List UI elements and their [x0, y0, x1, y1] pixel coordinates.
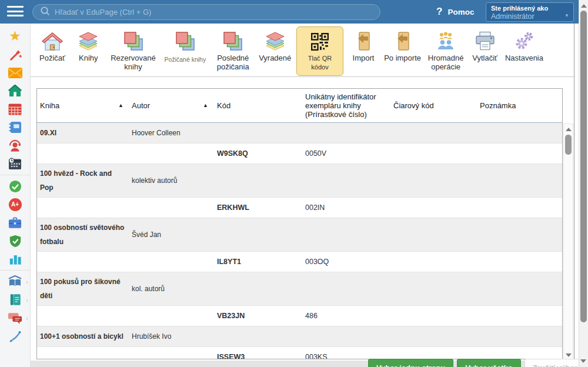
cell-kod — [213, 164, 302, 197]
table-scrollbar[interactable] — [563, 124, 573, 362]
sidebar-item-substitution[interactable] — [0, 136, 30, 155]
chevron-right-icon: › — [26, 278, 28, 285]
sidebar-item-admin[interactable] — [0, 232, 30, 250]
sidebar-item-wizard[interactable] — [0, 45, 30, 64]
table-row[interactable]: 09.XI Hoover Colleen — [37, 123, 562, 144]
cell-kod — [213, 272, 302, 305]
toolbar-item-knihy[interactable]: Knihy — [74, 28, 103, 62]
column-header-identifikator[interactable]: Unikátny identifikátor exempláru knihy (… — [302, 92, 390, 119]
cell-kod — [213, 123, 302, 143]
cell-ciarovy-kod — [390, 272, 477, 305]
sidebar-item-documents[interactable]: › — [0, 291, 30, 309]
sort-asc-icon[interactable]: ▲ — [118, 101, 123, 110]
select-all-button[interactable]: Vyber všetko — [457, 359, 520, 367]
toolbar-item-label: Tlač QR kódov — [301, 54, 338, 72]
column-header-ciarovy-kod[interactable]: Čiarový kód — [390, 101, 477, 110]
cell-autor: Hoover Colleen — [127, 123, 213, 143]
cell-ciarovy-kod — [390, 252, 477, 272]
table-row[interactable]: ISSEW3 003KS — [37, 347, 562, 359]
user-account-dropdown[interactable]: Ste prihlásený ako Administrátor ▼ — [486, 2, 574, 22]
scroll-up-icon[interactable] — [581, 4, 587, 8]
house-icon — [8, 85, 22, 97]
help-button[interactable]: ? Pomoc — [436, 0, 474, 24]
cell-ciarovy-kod — [390, 326, 477, 346]
toolbar-item-po-importe[interactable]: Po importe — [383, 28, 422, 62]
cell-identifikator — [302, 272, 390, 305]
star-icon: ★ — [9, 29, 21, 43]
sidebar-item-timetable[interactable] — [0, 100, 30, 118]
cell-poznamka — [477, 218, 562, 251]
stacked-cards-icon — [175, 29, 195, 54]
global-search[interactable] — [32, 4, 380, 20]
cell-kniha: 09.XI — [37, 123, 127, 143]
toolbar-item-vytlacit[interactable]: Vytlačiť — [470, 28, 500, 62]
toolbar-item-tlac-qr-kodov[interactable]: Tlač QR kódov — [296, 26, 343, 76]
toolbar-item-label: Vytlačiť — [472, 54, 497, 62]
column-header-autor[interactable]: Autor ▲ — [127, 101, 213, 110]
column-header-poznamka[interactable]: Poznámka — [477, 101, 562, 110]
sidebar-item-school[interactable] — [0, 82, 30, 100]
table-scrollbar-thumb[interactable] — [565, 135, 572, 155]
sort-asc-icon[interactable]: ▲ — [203, 101, 208, 110]
cell-poznamka — [477, 272, 562, 305]
sidebar-item-grades[interactable]: A+ — [0, 195, 30, 213]
select-one-page-button[interactable]: Vyber jednu stranu — [368, 359, 453, 367]
clear-selection-button: Zrušiť výber — [524, 359, 586, 367]
window-scrollbar[interactable] — [579, 0, 588, 367]
cell-autor: kolektiv autorů — [127, 164, 213, 197]
toolbar-item-rezervovane-knihy[interactable]: Rezervované knihy — [109, 28, 158, 71]
sidebar-item-library[interactable]: › — [0, 272, 30, 291]
column-header-kod[interactable]: Kód — [213, 101, 302, 110]
toolbar-item-hromadne-operacie[interactable]: Hromadné operácie — [427, 28, 465, 71]
scroll-up-icon[interactable] — [566, 128, 572, 131]
sidebar-item-editor[interactable] — [0, 327, 30, 345]
scroll-down-icon[interactable] — [566, 353, 572, 357]
table-row[interactable]: ERKHWL 002IN — [37, 198, 562, 218]
user-role-label: Administrátor — [491, 12, 569, 21]
scroll-down-icon[interactable] — [580, 359, 586, 363]
cell-poznamka — [477, 164, 562, 197]
toolbar-item-vyradene[interactable]: Vyradené — [259, 28, 291, 62]
signed-in-as-label: Ste prihlásený ako — [491, 4, 569, 12]
cell-kod: VB23JN — [213, 306, 302, 326]
cell-ciarovy-kod — [390, 198, 477, 218]
sidebar-item-messages[interactable] — [0, 64, 30, 82]
toolbar-item-label: Posledné požičania — [212, 54, 253, 71]
table-row[interactable]: 100 osobností světového fotbalu Švéd Jan — [37, 218, 562, 252]
search-input[interactable] — [55, 8, 360, 16]
cell-identifikator — [302, 164, 390, 197]
table-row[interactable]: 100+1 osobností a bicykl Hrubíšek Ivo — [37, 326, 562, 347]
sidebar-item-communication[interactable]: › — [0, 309, 30, 327]
toolbar-item-nastavenia[interactable]: Nastavenia — [505, 28, 543, 62]
table-row[interactable]: W9SK8Q 0050V — [37, 144, 562, 164]
sidebar-item-favorites[interactable]: ★ — [0, 27, 30, 45]
cell-ciarovy-kod — [390, 144, 477, 164]
hamburger-menu-icon[interactable] — [7, 6, 24, 18]
window-scrollbar-thumb[interactable] — [580, 11, 587, 322]
column-header-kniha[interactable]: Kniha ▲ — [37, 101, 127, 110]
sidebar-item-results[interactable] — [0, 250, 30, 268]
library-book-icon — [8, 275, 22, 288]
sidebar-item-agenda[interactable] — [0, 213, 30, 232]
cell-kniha — [37, 347, 127, 359]
toolbar-item-pozicat[interactable]: Požičať — [36, 28, 68, 62]
notebook-icon — [8, 121, 22, 134]
toolbar-item-pozicane-knihy[interactable]: Požičané knihy — [163, 28, 207, 64]
sidebar-item-attendance[interactable] — [0, 177, 30, 195]
table-row[interactable]: 100 hvězd - Rock and Pop kolektiv autorů — [37, 164, 562, 198]
toolbar-item-posledne-pozicania[interactable]: Posledné požičania — [212, 28, 253, 71]
shield-check-icon — [9, 235, 22, 248]
sidebar-item-classregister[interactable] — [0, 118, 30, 136]
table-row[interactable]: VB23JN 486 — [37, 306, 562, 326]
cell-kod — [213, 218, 302, 251]
toolbar-item-import[interactable]: Import — [349, 28, 379, 62]
toolbar-item-label: Rezervované knihy — [109, 54, 158, 71]
cell-kniha: 100 pokusů pro šikovné děti — [37, 272, 127, 305]
table-row[interactable]: IL8YT1 003OQ — [37, 252, 562, 272]
briefcase-icon — [8, 217, 22, 229]
sidebar-separator — [0, 270, 30, 271]
table-row[interactable]: 100 pokusů pro šikovné děti kol. autorů — [37, 272, 562, 306]
cell-kniha — [37, 252, 127, 272]
cell-poznamka — [477, 347, 562, 359]
sidebar-item-calendar[interactable] — [0, 155, 30, 173]
